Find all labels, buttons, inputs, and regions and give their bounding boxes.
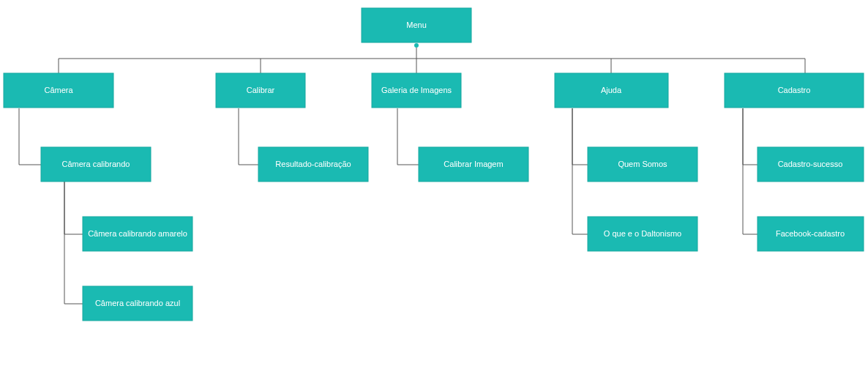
node-menu[interactable]: Menu xyxy=(362,8,471,42)
node-camera-calibrando-azul[interactable]: Câmera calibrando azul xyxy=(83,286,192,321)
node-camera-calibrando[interactable]: Câmera calibrando xyxy=(41,147,151,182)
node-label: Galeria de Imagens xyxy=(381,86,452,94)
node-label: O que e o Daltonismo xyxy=(604,229,681,238)
node-calibrar-imagem[interactable]: Calibrar Imagem xyxy=(419,147,528,182)
node-label: Menu xyxy=(406,20,427,29)
node-label: Facebook-cadastro xyxy=(776,229,845,238)
node-calibrar[interactable]: Calibrar xyxy=(216,73,305,108)
node-label: Quem Somos xyxy=(618,160,667,168)
node-camera[interactable]: Câmera xyxy=(4,73,113,108)
connector xyxy=(572,108,588,165)
connector xyxy=(239,108,259,165)
node-ajuda[interactable]: Ajuda xyxy=(555,73,668,108)
node-label: Câmera calibrando amarelo xyxy=(88,229,187,238)
connector xyxy=(397,108,419,165)
node-label: Câmera calibrando xyxy=(62,160,130,168)
node-facebook-cadastro[interactable]: Facebook-cadastro xyxy=(757,217,864,251)
node-o-que-e-o-daltonismo[interactable]: O que e o Daltonismo xyxy=(588,217,697,251)
connector xyxy=(19,108,42,165)
connector xyxy=(572,108,588,234)
connector xyxy=(64,182,83,304)
node-camera-calibrando-amarelo[interactable]: Câmera calibrando amarelo xyxy=(83,217,192,251)
connector-dot xyxy=(414,43,419,48)
node-resultado-calibracao[interactable]: Resultado-calibração xyxy=(258,147,368,182)
node-cadastro[interactable]: Cadastro xyxy=(725,73,864,108)
connector xyxy=(743,108,757,165)
node-cadastro-sucesso[interactable]: Cadastro-sucesso xyxy=(757,147,864,182)
node-galeria[interactable]: Galeria de Imagens xyxy=(372,73,461,108)
node-label: Câmera xyxy=(44,86,73,94)
connector xyxy=(64,182,83,234)
connector xyxy=(743,108,757,234)
node-label: Ajuda xyxy=(601,86,622,94)
node-label: Resultado-calibração xyxy=(275,160,351,168)
node-label: Cadastro-sucesso xyxy=(778,160,843,168)
node-label: Cadastro xyxy=(778,86,811,94)
node-quem-somos[interactable]: Quem Somos xyxy=(588,147,697,182)
node-label: Câmera calibrando azul xyxy=(95,299,180,307)
node-label: Calibrar xyxy=(247,86,275,94)
node-label: Calibrar Imagem xyxy=(444,160,503,168)
